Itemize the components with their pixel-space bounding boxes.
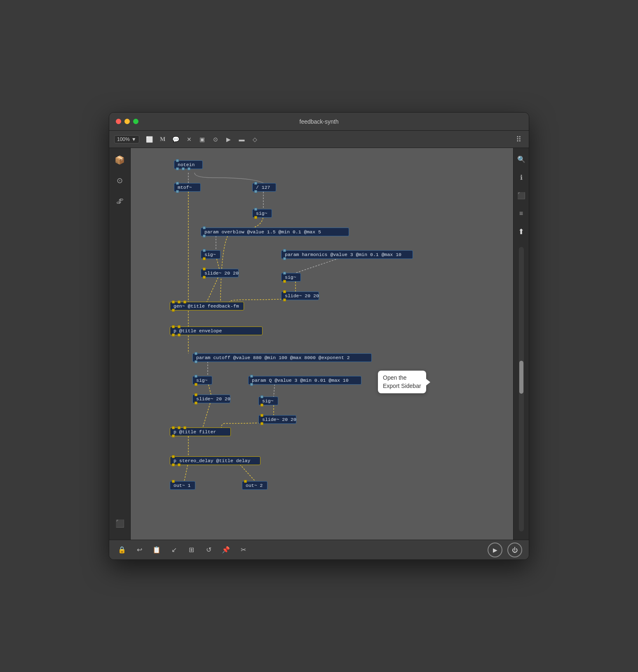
node-slide3[interactable]: slide~ 20 20 bbox=[192, 395, 230, 403]
view-icon[interactable]: ⬛ bbox=[515, 189, 528, 202]
window-title: feedback-synth bbox=[300, 118, 339, 125]
left-sidebar: 📦 ⊙ 🖇 ⬛ bbox=[109, 148, 131, 540]
node-p-envelope[interactable]: p @title envelope bbox=[170, 327, 263, 335]
lock-icon[interactable]: 🔒 bbox=[116, 544, 128, 556]
toolbar-speech-icon[interactable]: 💬 bbox=[171, 134, 181, 145]
node-slide4-label: slide~ 20 20 bbox=[262, 417, 296, 422]
zoom-level: 100% bbox=[117, 136, 130, 142]
node-out2-label: out~ 2 bbox=[246, 483, 263, 488]
node-out1[interactable]: out~ 1 bbox=[170, 481, 195, 490]
node-p-filter-label: p @title filter bbox=[174, 429, 216, 435]
node-p-delay[interactable]: p stereo_delay @title delay bbox=[170, 456, 260, 465]
node-sig5-label: sig~ bbox=[262, 398, 274, 404]
cut-icon[interactable]: ✂ bbox=[237, 544, 249, 556]
node-out1-label: out~ 1 bbox=[174, 483, 190, 488]
node-p-filter[interactable]: p @title filter bbox=[170, 428, 231, 436]
packages-icon[interactable]: 📦 bbox=[113, 153, 127, 167]
node-sig1[interactable]: sig~ bbox=[252, 209, 272, 218]
node-sig1-label: sig~ bbox=[256, 211, 267, 216]
node-param-overblow-label: param overblow @value 1.5 @min 0.1 @max … bbox=[204, 229, 321, 235]
svg-line-5 bbox=[207, 275, 219, 302]
node-p-delay-label: p stereo_delay @title delay bbox=[174, 458, 250, 463]
tooltip-line1: Open the bbox=[383, 374, 407, 381]
main-window: feedback-synth 100% ▼ ⬜ 𝐌 💬 ✕ ▣ ⊙ ▶ ▬ ◇ … bbox=[109, 112, 529, 560]
node-notein-label: notein bbox=[178, 162, 195, 167]
scrollbar-thumb[interactable] bbox=[519, 361, 523, 394]
info-icon[interactable]: ℹ bbox=[515, 171, 528, 183]
node-gen-fm[interactable]: gen~ @title feedback-fm bbox=[170, 302, 244, 310]
list-icon[interactable]: ≡ bbox=[515, 207, 528, 220]
toolbar-diamond-icon[interactable]: ◇ bbox=[250, 134, 260, 145]
node-param-cutoff-label: param cutoff @value 880 @min 100 @max 80… bbox=[196, 355, 350, 360]
node-slide2[interactable]: slide~ 20 20 bbox=[281, 291, 319, 300]
minimize-button[interactable] bbox=[124, 119, 130, 124]
node-param-harmonics-label: param harmonics @value 3 @min 0.1 @max 1… bbox=[285, 252, 401, 257]
bottom-bar: 🔒 ↩ 📋 ↙ ⊞ ↺ 📌 ✂ ▶ ⏻ bbox=[109, 540, 529, 559]
grid-view-icon[interactable]: ⠿ bbox=[513, 134, 524, 145]
node-param-q-label: param Q @value 3 @min 0.01 @max 10 bbox=[252, 378, 349, 383]
copy-icon[interactable]: 📋 bbox=[150, 544, 163, 556]
node-gen-fm-label: gen~ @title feedback-fm bbox=[174, 303, 239, 309]
pin-icon[interactable]: 📌 bbox=[220, 544, 232, 556]
toolbar-frame-icon[interactable]: ▣ bbox=[197, 134, 208, 145]
node-sig3-label: sig~ bbox=[285, 275, 296, 280]
right-sidebar: 🔍 ℹ ⬛ ≡ ⬆ bbox=[513, 148, 529, 540]
toolbar-minus-icon[interactable]: ▬ bbox=[237, 134, 247, 145]
node-sig2[interactable]: sig~ bbox=[201, 250, 220, 259]
refresh-icon[interactable]: ↺ bbox=[202, 544, 215, 556]
node-sig4-label: sig~ bbox=[196, 378, 208, 383]
node-mtof[interactable]: mtof~ bbox=[174, 183, 201, 192]
tooltip-export-sidebar: Open the Export Sidebar bbox=[378, 371, 426, 393]
target-icon[interactable]: ⊙ bbox=[113, 174, 127, 188]
toolbar-circle-icon[interactable]: ⊙ bbox=[210, 134, 221, 145]
title-bar: feedback-synth bbox=[109, 113, 529, 131]
node-param-overblow[interactable]: param overblow @value 1.5 @min 0.1 @max … bbox=[201, 228, 349, 236]
node-param-q[interactable]: param Q @value 3 @min 0.01 @max 10 bbox=[248, 376, 361, 385]
play-button[interactable]: ▶ bbox=[488, 543, 502, 557]
traffic-lights bbox=[116, 119, 138, 124]
tooltip-line2: Export Sidebar bbox=[383, 383, 421, 389]
node-slide2-label: slide~ 20 20 bbox=[285, 293, 319, 298]
close-button[interactable] bbox=[116, 119, 121, 124]
node-sig2-label: sig~ bbox=[204, 252, 216, 257]
node-div127[interactable]: / 127 bbox=[252, 183, 276, 192]
node-sig5[interactable]: sig~ bbox=[258, 397, 278, 405]
node-slide3-label: slide~ 20 20 bbox=[196, 396, 230, 402]
node-sig4[interactable]: sig~ bbox=[192, 376, 212, 385]
main-area: 📦 ⊙ 🖇 ⬛ bbox=[109, 148, 529, 540]
node-p-envelope-label: p @title envelope bbox=[174, 328, 222, 334]
maximize-button[interactable] bbox=[133, 119, 138, 124]
toolbar-play-icon[interactable]: ▶ bbox=[223, 134, 234, 145]
arrow-down-icon[interactable]: ↙ bbox=[168, 544, 180, 556]
search-icon[interactable]: 🔍 bbox=[515, 153, 528, 165]
patch-canvas[interactable]: notein mtof~ / 127 bbox=[131, 148, 513, 540]
toolbar-select-icon[interactable]: ⬜ bbox=[144, 134, 155, 145]
zoom-arrow-icon: ▼ bbox=[131, 136, 136, 142]
node-notein[interactable]: notein bbox=[174, 160, 203, 169]
node-slide4[interactable]: slide~ 20 20 bbox=[258, 415, 296, 424]
node-mtof-label: mtof~ bbox=[178, 185, 192, 190]
toolbar-close-icon[interactable]: ✕ bbox=[184, 134, 195, 145]
power-button[interactable]: ⏻ bbox=[507, 543, 522, 557]
node-slide1[interactable]: slide~ 20 20 bbox=[201, 269, 239, 277]
display-icon[interactable]: ⬛ bbox=[113, 517, 127, 531]
undo-select-icon[interactable]: ↩ bbox=[133, 544, 145, 556]
node-slide1-label: slide~ 20 20 bbox=[204, 270, 239, 276]
svg-line-12 bbox=[203, 400, 211, 428]
node-param-cutoff[interactable]: param cutoff @value 880 @min 100 @max 80… bbox=[192, 353, 372, 362]
toolbar-comment-icon[interactable]: 𝐌 bbox=[157, 134, 168, 145]
clip-icon[interactable]: 🖇 bbox=[113, 194, 127, 208]
zoom-control[interactable]: 100% ▼ bbox=[114, 135, 139, 143]
vertical-scrollbar[interactable] bbox=[519, 247, 524, 531]
node-sig3[interactable]: sig~ bbox=[281, 273, 301, 282]
node-div127-label: / 127 bbox=[256, 185, 270, 190]
node-param-harmonics[interactable]: param harmonics @value 3 @min 0.1 @max 1… bbox=[281, 250, 413, 259]
node-out2[interactable]: out~ 2 bbox=[242, 481, 267, 490]
export-icon[interactable]: ⬆ bbox=[515, 226, 528, 238]
toolbar: 100% ▼ ⬜ 𝐌 💬 ✕ ▣ ⊙ ▶ ▬ ◇ ⠿ bbox=[109, 131, 529, 148]
grid-icon[interactable]: ⊞ bbox=[185, 544, 197, 556]
